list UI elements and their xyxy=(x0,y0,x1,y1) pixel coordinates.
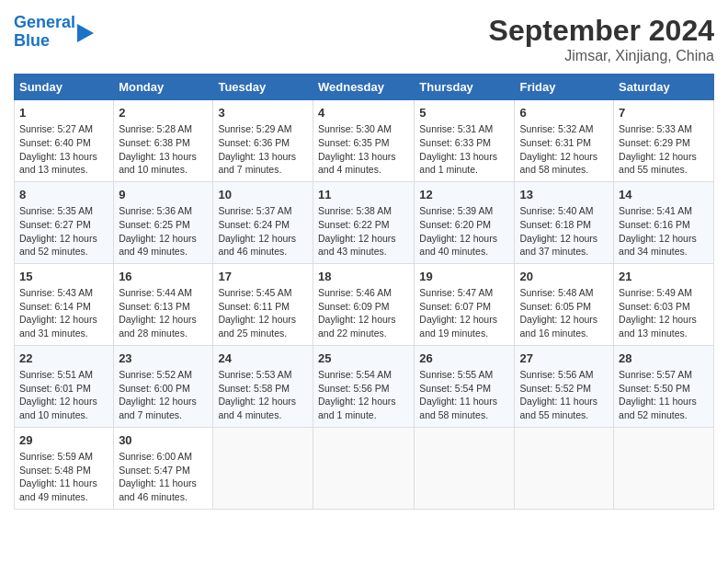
calendar-body: 1Sunrise: 5:27 AMSunset: 6:40 PMDaylight… xyxy=(15,100,714,510)
sunset-text: Sunset: 6:03 PM xyxy=(619,301,690,312)
sunset-text: Sunset: 6:27 PM xyxy=(19,219,91,230)
sunrise-text: Sunrise: 5:43 AM xyxy=(19,287,93,298)
daylight-text: Daylight: 12 hours and 34 minutes. xyxy=(619,233,697,258)
sunset-text: Sunset: 6:35 PM xyxy=(318,137,390,148)
sunrise-text: Sunrise: 6:00 AM xyxy=(119,451,192,462)
table-row: 19Sunrise: 5:47 AMSunset: 6:07 PMDayligh… xyxy=(415,263,515,345)
col-friday: Friday xyxy=(515,75,614,100)
table-row: 4Sunrise: 5:30 AMSunset: 6:35 PMDaylight… xyxy=(313,100,414,182)
sunrise-text: Sunrise: 5:45 AM xyxy=(218,287,291,298)
daylight-text: Daylight: 12 hours and 13 minutes. xyxy=(619,314,697,339)
table-row: 28Sunrise: 5:57 AMSunset: 5:50 PMDayligh… xyxy=(614,345,714,427)
table-row: 15Sunrise: 5:43 AMSunset: 6:14 PMDayligh… xyxy=(15,263,114,345)
daylight-text: Daylight: 12 hours and 10 minutes. xyxy=(19,396,97,420)
sunset-text: Sunset: 6:05 PM xyxy=(519,301,591,312)
sunset-text: Sunset: 6:20 PM xyxy=(419,219,491,230)
day-number: 1 xyxy=(19,105,108,121)
sunrise-text: Sunrise: 5:30 AM xyxy=(318,123,392,134)
sunrise-text: Sunrise: 5:46 AM xyxy=(318,287,392,298)
day-number: 8 xyxy=(19,187,108,203)
day-number: 30 xyxy=(119,432,208,449)
sunrise-text: Sunrise: 5:40 AM xyxy=(519,205,593,216)
day-number: 6 xyxy=(519,105,609,121)
daylight-text: Daylight: 12 hours and 1 minute. xyxy=(318,396,396,420)
sunset-text: Sunset: 6:01 PM xyxy=(19,383,91,394)
sunset-text: Sunset: 6:00 PM xyxy=(119,383,190,394)
day-number: 19 xyxy=(419,269,509,285)
daylight-text: Daylight: 11 hours and 49 minutes. xyxy=(19,477,97,502)
table-row: 1Sunrise: 5:27 AMSunset: 6:40 PMDaylight… xyxy=(15,100,114,182)
table-row: 8Sunrise: 5:35 AMSunset: 6:27 PMDaylight… xyxy=(15,181,114,263)
table-row xyxy=(313,427,414,509)
day-number: 9 xyxy=(119,187,208,203)
day-number: 16 xyxy=(119,269,208,285)
day-number: 17 xyxy=(218,269,308,285)
col-monday: Monday xyxy=(114,75,213,100)
table-row: 10Sunrise: 5:37 AMSunset: 6:24 PMDayligh… xyxy=(213,181,313,263)
table-row: 21Sunrise: 5:49 AMSunset: 6:03 PMDayligh… xyxy=(614,263,714,345)
calendar-week-row: 8Sunrise: 5:35 AMSunset: 6:27 PMDaylight… xyxy=(15,181,714,263)
table-row: 23Sunrise: 5:52 AMSunset: 6:00 PMDayligh… xyxy=(114,345,213,427)
col-saturday: Saturday xyxy=(614,75,714,100)
table-row: 2Sunrise: 5:28 AMSunset: 6:38 PMDaylight… xyxy=(114,100,213,182)
daylight-text: Daylight: 13 hours and 4 minutes. xyxy=(318,151,396,176)
table-row xyxy=(415,427,515,509)
sunset-text: Sunset: 6:36 PM xyxy=(218,137,290,148)
sunset-text: Sunset: 5:48 PM xyxy=(19,465,91,476)
day-number: 12 xyxy=(419,187,509,203)
calendar-week-row: 1Sunrise: 5:27 AMSunset: 6:40 PMDaylight… xyxy=(15,100,714,182)
sunrise-text: Sunrise: 5:56 AM xyxy=(519,369,593,380)
daylight-text: Daylight: 12 hours and 19 minutes. xyxy=(419,314,497,339)
sunrise-text: Sunrise: 5:33 AM xyxy=(619,123,692,134)
sunset-text: Sunset: 6:29 PM xyxy=(619,137,690,148)
daylight-text: Daylight: 12 hours and 37 minutes. xyxy=(519,233,597,258)
calendar-table: Sunday Monday Tuesday Wednesday Thursday… xyxy=(14,74,714,510)
table-row: 11Sunrise: 5:38 AMSunset: 6:22 PMDayligh… xyxy=(313,181,414,263)
daylight-text: Daylight: 12 hours and 16 minutes. xyxy=(519,314,597,339)
sunrise-text: Sunrise: 5:57 AM xyxy=(619,369,692,380)
sunrise-text: Sunrise: 5:38 AM xyxy=(318,205,392,216)
table-row xyxy=(515,427,614,509)
col-sunday: Sunday xyxy=(15,75,114,100)
table-row: 30Sunrise: 6:00 AMSunset: 5:47 PMDayligh… xyxy=(114,427,213,509)
sunrise-text: Sunrise: 5:41 AM xyxy=(619,205,692,216)
day-number: 21 xyxy=(619,269,709,285)
sunset-text: Sunset: 6:40 PM xyxy=(19,137,91,148)
logo: General Blue xyxy=(14,14,94,51)
table-row: 12Sunrise: 5:39 AMSunset: 6:20 PMDayligh… xyxy=(415,181,515,263)
daylight-text: Daylight: 11 hours and 52 minutes. xyxy=(619,396,697,420)
table-row: 17Sunrise: 5:45 AMSunset: 6:11 PMDayligh… xyxy=(213,263,313,345)
day-number: 5 xyxy=(419,105,509,121)
sunrise-text: Sunrise: 5:32 AM xyxy=(519,123,593,134)
day-number: 4 xyxy=(318,105,409,121)
sunset-text: Sunset: 6:07 PM xyxy=(419,301,491,312)
sunset-text: Sunset: 6:16 PM xyxy=(619,219,690,230)
daylight-text: Daylight: 13 hours and 10 minutes. xyxy=(119,151,197,176)
col-tuesday: Tuesday xyxy=(213,75,313,100)
day-number: 13 xyxy=(519,187,609,203)
sunset-text: Sunset: 6:14 PM xyxy=(19,301,91,312)
table-row: 29Sunrise: 5:59 AMSunset: 5:48 PMDayligh… xyxy=(15,427,114,509)
day-number: 10 xyxy=(218,187,308,203)
sunrise-text: Sunrise: 5:35 AM xyxy=(19,205,93,216)
day-number: 7 xyxy=(619,105,709,121)
sunrise-text: Sunrise: 5:52 AM xyxy=(119,369,192,380)
daylight-text: Daylight: 13 hours and 13 minutes. xyxy=(19,151,97,176)
day-number: 25 xyxy=(318,350,409,367)
sunrise-text: Sunrise: 5:36 AM xyxy=(119,205,192,216)
table-row: 22Sunrise: 5:51 AMSunset: 6:01 PMDayligh… xyxy=(15,345,114,427)
day-number: 2 xyxy=(119,105,208,121)
sunrise-text: Sunrise: 5:27 AM xyxy=(19,123,93,134)
day-number: 15 xyxy=(19,269,108,285)
daylight-text: Daylight: 12 hours and 55 minutes. xyxy=(619,151,697,176)
sunrise-text: Sunrise: 5:54 AM xyxy=(318,369,392,380)
daylight-text: Daylight: 12 hours and 58 minutes. xyxy=(519,151,597,176)
day-number: 3 xyxy=(218,105,308,121)
daylight-text: Daylight: 12 hours and 46 minutes. xyxy=(218,233,296,258)
table-row: 9Sunrise: 5:36 AMSunset: 6:25 PMDaylight… xyxy=(114,181,213,263)
daylight-text: Daylight: 11 hours and 58 minutes. xyxy=(419,396,497,420)
sunset-text: Sunset: 6:38 PM xyxy=(119,137,190,148)
sunrise-text: Sunrise: 5:48 AM xyxy=(519,287,593,298)
sunrise-text: Sunrise: 5:29 AM xyxy=(218,123,291,134)
logo-arrow-icon xyxy=(77,24,94,42)
